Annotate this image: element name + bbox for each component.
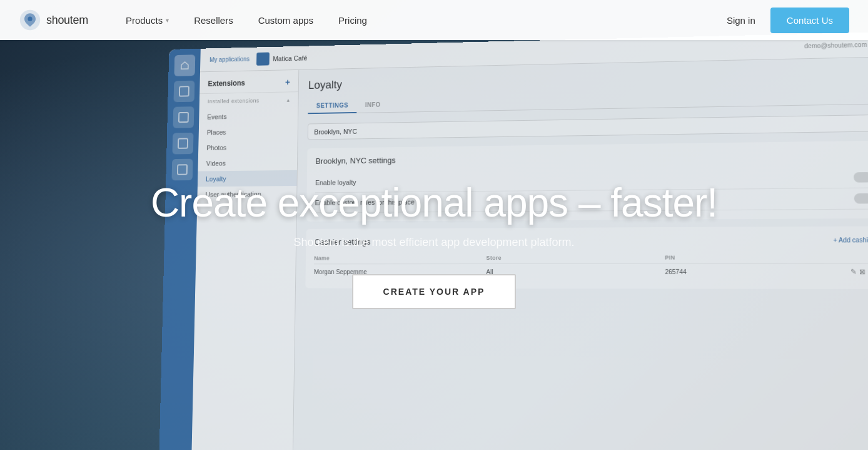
nav-links: Products ▾ Resellers Custom apps Pricing (113, 10, 717, 31)
products-chevron: ▾ (166, 17, 169, 24)
nav-custom-apps[interactable]: Custom apps (246, 10, 326, 31)
navbar: shoutem Products ▾ Resellers Custom apps… (0, 0, 868, 40)
sign-in-link[interactable]: Sign in (717, 10, 765, 31)
nav-resellers[interactable]: Resellers (181, 10, 246, 31)
nav-products[interactable]: Products ▾ (113, 10, 181, 31)
cta-button[interactable]: CREATE YOUR APP (352, 274, 517, 309)
logo-icon (19, 9, 41, 31)
logo-text: shoutem (46, 14, 88, 27)
contact-us-button[interactable]: Contact Us (770, 8, 849, 33)
nav-pricing[interactable]: Pricing (326, 10, 380, 31)
nav-actions: Sign in Contact Us (717, 8, 849, 33)
hero-subtitle: Shoutem is the most efficient app develo… (294, 236, 575, 249)
hero-content: Create exceptional apps – faster! Shoute… (0, 40, 868, 450)
hero-title: Create exceptional apps – faster! (151, 181, 717, 225)
logo[interactable]: shoutem (19, 9, 88, 31)
svg-point-1 (28, 17, 32, 21)
